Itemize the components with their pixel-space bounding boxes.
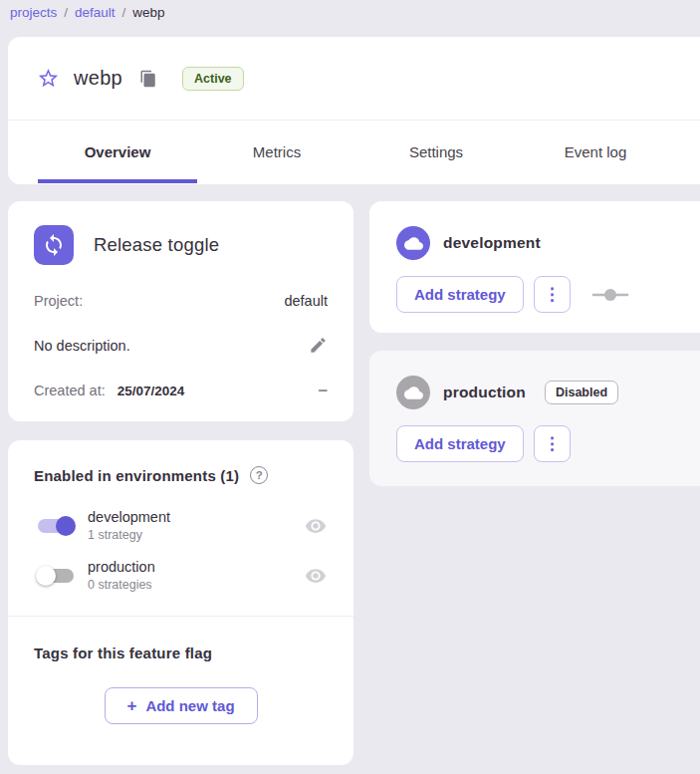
kebab-icon: ⋮ bbox=[544, 286, 561, 303]
section-divider bbox=[8, 616, 353, 617]
description-text: No description. bbox=[34, 338, 130, 354]
cloud-icon bbox=[396, 376, 430, 409]
status-badge: Active bbox=[182, 67, 244, 91]
collapse-details-icon[interactable]: – bbox=[319, 382, 328, 398]
edit-description-icon[interactable] bbox=[309, 336, 328, 355]
created-at-label: Created at: bbox=[34, 383, 106, 398]
environment-strategy-count: 1 strategy bbox=[88, 528, 304, 542]
environment-menu-button[interactable]: ⋮ bbox=[534, 425, 571, 462]
preview-eye-icon[interactable] bbox=[304, 564, 328, 588]
development-toggle[interactable] bbox=[34, 514, 78, 538]
minus-icon: – bbox=[319, 382, 328, 398]
breadcrumb-link-default[interactable]: default bbox=[75, 5, 116, 20]
tab-overview[interactable]: Overview bbox=[38, 121, 197, 183]
created-at-value: 25/07/2024 bbox=[117, 384, 185, 398]
feature-tabs: Overview Metrics Settings Event log bbox=[8, 121, 700, 183]
plus-icon: + bbox=[126, 697, 136, 714]
description-row: No description. bbox=[34, 336, 328, 355]
environment-row-production: production 0 strategies bbox=[34, 559, 328, 592]
environment-card-name: development bbox=[443, 234, 541, 252]
toggle-thumb bbox=[56, 516, 76, 536]
breadcrumb-link-projects[interactable]: projects bbox=[10, 5, 57, 20]
environment-card-header: development bbox=[396, 226, 700, 260]
environment-texts: production 0 strategies bbox=[88, 559, 304, 592]
environment-strategy-count: 0 strategies bbox=[88, 578, 304, 592]
feature-details-card: Release toggle Project: default No descr… bbox=[8, 201, 353, 421]
tab-event-log-label: Event log bbox=[565, 143, 627, 160]
environment-menu-button[interactable]: ⋮ bbox=[534, 276, 571, 313]
active-tab-indicator bbox=[38, 179, 197, 183]
environment-name: development bbox=[88, 509, 304, 525]
environment-texts: development 1 strategy bbox=[88, 509, 304, 542]
release-toggle-icon bbox=[34, 225, 74, 265]
environment-card-header: production Disabled bbox=[396, 376, 700, 409]
tab-settings-label: Settings bbox=[409, 143, 463, 160]
environment-card-actions: Add strategy ⋮ bbox=[396, 425, 700, 462]
disabled-badge: Disabled bbox=[545, 381, 618, 404]
breadcrumb-separator: / bbox=[64, 5, 68, 20]
help-icon[interactable]: ? bbox=[250, 466, 268, 484]
favorite-star-icon[interactable] bbox=[36, 67, 60, 91]
feature-type-row: Release toggle bbox=[34, 225, 328, 265]
copy-name-icon[interactable] bbox=[138, 69, 158, 89]
breadcrumb-current-page: webp bbox=[132, 5, 164, 20]
tab-event-log[interactable]: Event log bbox=[516, 121, 675, 183]
add-new-tag-label: Add new tag bbox=[145, 697, 234, 714]
preview-eye-icon[interactable] bbox=[304, 514, 328, 538]
project-value: default bbox=[284, 293, 328, 309]
cloud-icon bbox=[396, 226, 430, 260]
environment-row-development: development 1 strategy bbox=[34, 509, 328, 542]
tab-metrics[interactable]: Metrics bbox=[197, 121, 356, 183]
toggle-thumb bbox=[36, 566, 56, 586]
environment-card-production: production Disabled Add strategy ⋮ bbox=[369, 351, 700, 486]
environments-panel: Enabled in environments (1) ? developmen… bbox=[8, 440, 353, 765]
breadcrumb: projects / default / webp bbox=[10, 0, 165, 24]
tab-settings[interactable]: Settings bbox=[356, 121, 516, 183]
environment-card-development: development Add strategy ⋮ bbox=[369, 201, 700, 333]
add-strategy-button[interactable]: Add strategy bbox=[396, 276, 524, 313]
environment-card-name: production bbox=[443, 384, 526, 401]
tab-overview-label: Overview bbox=[85, 143, 151, 160]
environments-panel-title: Enabled in environments (1) bbox=[34, 467, 239, 484]
environment-card-actions: Add strategy ⋮ bbox=[396, 276, 700, 313]
breadcrumb-separator: / bbox=[122, 5, 126, 20]
kebab-icon: ⋮ bbox=[544, 435, 561, 452]
add-strategy-button[interactable]: Add strategy bbox=[396, 425, 524, 462]
environments-panel-header: Enabled in environments (1) ? bbox=[34, 466, 328, 484]
add-new-tag-button[interactable]: + Add new tag bbox=[105, 687, 258, 724]
project-label: Project: bbox=[34, 293, 83, 309]
feature-title-row: webp Active bbox=[8, 37, 700, 121]
environment-name: production bbox=[88, 559, 304, 575]
tab-metrics-label: Metrics bbox=[253, 143, 301, 160]
page-title: webp bbox=[74, 67, 122, 90]
strategy-connector-icon bbox=[590, 288, 630, 302]
production-toggle[interactable] bbox=[34, 564, 78, 588]
project-row: Project: default bbox=[34, 293, 328, 309]
feature-header-card: webp Active Overview Metrics Settings Ev… bbox=[8, 37, 700, 184]
feature-type-label: Release toggle bbox=[94, 234, 219, 256]
created-at-row: Created at: 25/07/2024 – bbox=[34, 382, 328, 398]
tags-section-title: Tags for this feature flag bbox=[34, 645, 328, 661]
